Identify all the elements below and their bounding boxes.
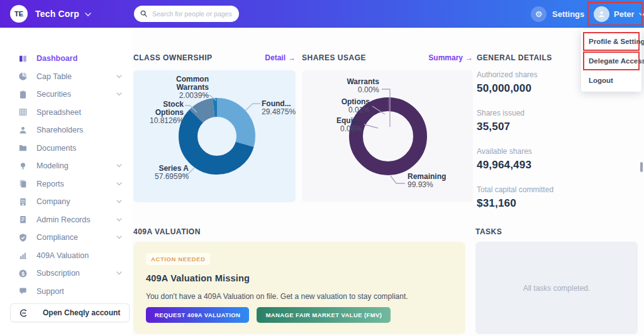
- sidebar-item-label: Shareholders: [36, 126, 83, 134]
- slice-label-stock-options: Stock Options 10.8126%: [145, 100, 184, 125]
- chevron-down-icon: [116, 182, 122, 186]
- open-cheqly-account-label: Open Cheqly account: [43, 308, 120, 317]
- slice-label-founders: Found... 29.4875%: [262, 100, 299, 116]
- slice-label-warrants: Warrants 0.00%: [335, 78, 379, 94]
- sidebar-item-shareholders[interactable]: Shareholders: [0, 121, 132, 139]
- leader-lines: [133, 70, 296, 202]
- chevron-down-icon: [116, 218, 122, 222]
- tasks-section-title: TASKS: [475, 227, 502, 236]
- chevron-down-icon: [639, 8, 644, 19]
- global-search: [134, 6, 239, 22]
- stat-available-shares: Available shares49,964,493: [477, 147, 553, 171]
- sidebar-item-support[interactable]: Support: [0, 283, 132, 301]
- sidebar-item-label: Spreadsheet: [36, 108, 81, 117]
- tasks-card: All tasks completed.: [475, 242, 638, 334]
- chevron-down-icon: [116, 75, 122, 79]
- class-ownership-title: CLASS OWNERSHIP: [133, 53, 213, 62]
- sidebar-item-label: Documents: [36, 144, 76, 153]
- stat-value: 49,964,493: [477, 159, 553, 171]
- settings-button[interactable]: ⚙ Settings: [531, 0, 584, 28]
- slice-label-remaining: Remaining 99.93%: [408, 173, 446, 189]
- company-name: Tech Corp: [35, 9, 79, 19]
- sidebar-item-spreadsheet[interactable]: Spreadsheet: [0, 104, 132, 122]
- sidebar-item-admin-records[interactable]: Admin Records: [0, 211, 132, 229]
- modeling-icon: [18, 161, 28, 171]
- class-ownership-detail-link[interactable]: Detail →: [265, 53, 296, 62]
- menu-item-profile-settings[interactable]: Profile & Settings: [584, 33, 638, 50]
- user-dropdown-menu: Profile & SettingsDelegate AccessLogout: [581, 30, 641, 92]
- search-input[interactable]: [151, 9, 238, 18]
- annotation-box: Delegate Access: [583, 51, 640, 70]
- stat-value: 35,507: [477, 121, 553, 133]
- admin-records-icon: [18, 215, 28, 225]
- chevron-down-icon: [116, 92, 122, 96]
- chevron-down-icon: [116, 236, 122, 239]
- support-icon: [18, 286, 28, 296]
- svg-text:$: $: [21, 270, 25, 276]
- sidebar-item-subscription[interactable]: $Subscription: [0, 264, 132, 283]
- shares-usage-summary-link[interactable]: Summary →: [428, 53, 473, 62]
- valuation-missing-title: 409A Valuation Missing: [146, 273, 250, 283]
- sidebar-item-label: 409A Valuation: [36, 251, 89, 260]
- menu-item-delegate-access[interactable]: Delegate Access: [584, 53, 638, 69]
- chevron-down-icon: [116, 271, 122, 275]
- gear-icon: ⚙: [531, 6, 547, 22]
- user-menu-button[interactable]: Peter: [594, 0, 644, 28]
- open-cheqly-account-button[interactable]: Open Cheqly account: [10, 303, 130, 322]
- sidebar-item-label: Reports: [36, 180, 64, 188]
- request-409a-valuation-button[interactable]: REQUEST 409A VALUATION: [146, 307, 249, 323]
- documents-icon: [18, 143, 28, 153]
- shares-usage-title: SHARES USAGE: [302, 53, 366, 62]
- chevron-down-icon: [85, 9, 91, 19]
- sidebar-item-company[interactable]: Company: [0, 193, 132, 211]
- valuation-section-title: 409A VALUATION: [133, 227, 201, 236]
- stat-label: Total capital committed: [477, 185, 553, 194]
- shares-usage-card: Warrants 0.00% Options 0.01% Equit... 0.…: [302, 70, 473, 202]
- sidebar-item-dashboard[interactable]: Dashboard: [0, 50, 132, 68]
- stat-label: Authorized shares: [477, 70, 553, 79]
- cap-table-icon: [18, 72, 28, 82]
- menu-item-logout[interactable]: Logout: [583, 71, 640, 90]
- company-icon: [18, 197, 28, 207]
- company-avatar[interactable]: TE: [10, 5, 28, 23]
- stat-authorized-shares: Authorized shares50,000,000: [477, 70, 553, 95]
- slice-label-common-warrants: Common Warrants 2.0039%: [162, 75, 209, 100]
- compliance-icon: [18, 232, 28, 242]
- reports-icon: [18, 179, 28, 189]
- arrow-right-icon: →: [465, 53, 473, 62]
- sidebar-item-label: Subscription: [36, 269, 80, 278]
- scrollbar-thumb[interactable]: [640, 162, 643, 172]
- sidebar-item-modeling[interactable]: Modeling: [0, 157, 132, 175]
- user-name: Peter: [614, 9, 635, 19]
- sidebar-item-documents[interactable]: Documents: [0, 139, 132, 158]
- sidebar-item-label: Support: [36, 287, 64, 296]
- stat-total-capital-committed: Total capital committed$31,160: [477, 185, 553, 210]
- manage-fmv-button[interactable]: MANAGE FAIR MARKET VALUE (FMV): [257, 307, 391, 323]
- slice-label-series-a: Series A 57.6959%: [155, 165, 189, 181]
- sidebar-item-compliance[interactable]: Compliance: [0, 229, 132, 247]
- action-needed-badge: ACTION NEEDED: [146, 253, 210, 265]
- class-ownership-card: Common Warrants 2.0039% Found... 29.4875…: [133, 70, 296, 202]
- sidebar-item-label: Securities: [36, 90, 71, 99]
- leader-lines: [302, 70, 473, 202]
- sidebar: DashboardCap TableSecuritiesSpreadsheetS…: [0, 28, 132, 336]
- slice-label-equity: Equit... 0.06%: [318, 117, 362, 133]
- stat-shares-issued: Shares issued35,507: [477, 109, 553, 133]
- sidebar-item-securities[interactable]: Securities: [0, 85, 132, 104]
- spreadsheet-icon: [18, 107, 28, 117]
- sidebar-item-reports[interactable]: Reports: [0, 175, 132, 193]
- sidebar-menu: DashboardCap TableSecuritiesSpreadsheetS…: [0, 28, 132, 300]
- chevron-down-icon: [116, 164, 122, 168]
- top-bar: TE Tech Corp ⚙ Settings Peter: [0, 0, 644, 28]
- tasks-empty-text: All tasks completed.: [475, 242, 638, 334]
- valuation-chart-icon: [18, 251, 28, 261]
- valuation-buttons: REQUEST 409A VALUATION MANAGE FAIR MARKE…: [146, 307, 391, 323]
- search-icon: [140, 8, 147, 19]
- sidebar-item-label: Cap Table: [36, 72, 72, 81]
- company-switcher[interactable]: Tech Corp: [35, 0, 91, 28]
- sidebar-item-409a-valuation[interactable]: 409A Valuation: [0, 247, 132, 265]
- valuation-alert-card: ACTION NEEDED 409A Valuation Missing You…: [133, 242, 465, 334]
- sidebar-item-cap-table[interactable]: Cap Table: [0, 68, 132, 86]
- sidebar-item-label: Compliance: [36, 233, 78, 242]
- stat-label: Shares issued: [477, 109, 553, 117]
